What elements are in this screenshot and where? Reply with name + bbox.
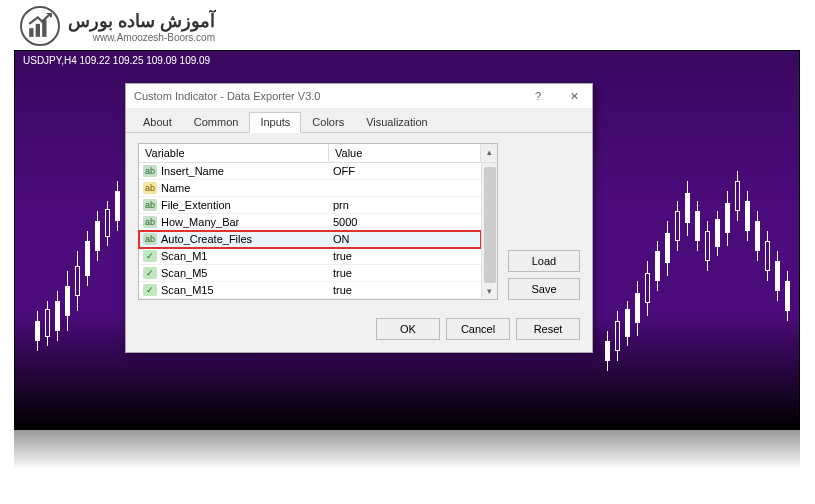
row-value[interactable]: ON — [329, 233, 481, 245]
tab-bar: About Common Inputs Colors Visualization — [126, 108, 592, 133]
column-header-variable[interactable]: Variable — [139, 144, 329, 162]
row-variable: Scan_M1 — [161, 250, 207, 262]
row-variable: How_Many_Bar — [161, 216, 239, 228]
row-variable: Auto_Create_Files — [161, 233, 252, 245]
tab-common[interactable]: Common — [183, 112, 250, 132]
site-watermark: آموزش ساده بورس www.Amoozesh-Boors.com — [20, 6, 215, 46]
row-variable: Scan_M5 — [161, 267, 207, 279]
row-variable: Scan_M15 — [161, 284, 214, 296]
type-text-icon: ab — [143, 182, 157, 194]
row-variable: Insert_Name — [161, 165, 224, 177]
type-bool-icon: ✓ — [143, 250, 157, 262]
dialog-titlebar[interactable]: Custom Indicator - Data Exporter V3.0 ? … — [126, 84, 592, 108]
tab-about[interactable]: About — [132, 112, 183, 132]
row-value[interactable]: 5000 — [329, 216, 481, 228]
ok-button[interactable]: OK — [376, 318, 440, 340]
inputs-table: Variable Value ▴ abInsert_Name OFF abNam… — [138, 143, 498, 300]
table-row[interactable]: ✓Scan_M15 true — [139, 282, 481, 299]
bottom-shadow — [14, 430, 800, 470]
side-button-group: Load Save — [508, 143, 580, 300]
dialog-title: Custom Indicator - Data Exporter V3.0 — [134, 90, 520, 102]
help-button[interactable]: ? — [520, 84, 556, 108]
type-string-icon: ab — [143, 165, 157, 177]
reset-button[interactable]: Reset — [516, 318, 580, 340]
scroll-up-icon[interactable]: ▴ — [483, 146, 495, 158]
svg-rect-1 — [36, 24, 40, 37]
watermark-logo-icon — [20, 6, 60, 46]
row-value[interactable]: true — [329, 250, 481, 262]
row-variable: File_Extention — [161, 199, 231, 211]
tab-inputs[interactable]: Inputs — [249, 112, 301, 133]
table-scrollbar[interactable]: ▾ — [481, 163, 497, 299]
type-bool-icon: ✓ — [143, 267, 157, 279]
type-bool-icon: ✓ — [143, 284, 157, 296]
table-row[interactable]: abName — [139, 180, 481, 197]
table-row[interactable]: ✓Scan_M5 true — [139, 265, 481, 282]
tab-visualization[interactable]: Visualization — [355, 112, 439, 132]
help-icon: ? — [535, 90, 541, 102]
watermark-title: آموزش ساده بورس — [68, 10, 215, 32]
save-button[interactable]: Save — [508, 278, 580, 300]
type-string-icon: ab — [143, 233, 157, 245]
indicator-properties-dialog: Custom Indicator - Data Exporter V3.0 ? … — [125, 83, 593, 353]
row-value[interactable]: prn — [329, 199, 481, 211]
cancel-button[interactable]: Cancel — [446, 318, 510, 340]
close-icon: ✕ — [570, 90, 579, 103]
type-string-icon: ab — [143, 199, 157, 211]
scroll-down-icon[interactable]: ▾ — [484, 285, 496, 297]
load-button[interactable]: Load — [508, 250, 580, 272]
table-body: abInsert_Name OFF abName abFile_Extentio… — [139, 163, 481, 299]
svg-rect-0 — [29, 28, 33, 37]
close-button[interactable]: ✕ — [556, 84, 592, 108]
type-string-icon: ab — [143, 216, 157, 228]
chart-window: USDJPY,H4 109.22 109.25 109.09 109.09 — [14, 50, 800, 430]
row-variable: Name — [161, 182, 190, 194]
column-header-value[interactable]: Value — [329, 144, 481, 162]
table-row[interactable]: abHow_Many_Bar 5000 — [139, 214, 481, 231]
row-value[interactable]: true — [329, 267, 481, 279]
table-header: Variable Value ▴ — [139, 144, 497, 163]
dialog-footer: OK Cancel Reset — [126, 310, 592, 352]
table-row[interactable]: abInsert_Name OFF — [139, 163, 481, 180]
table-row[interactable]: abFile_Extention prn — [139, 197, 481, 214]
row-value[interactable]: true — [329, 284, 481, 296]
tab-colors[interactable]: Colors — [301, 112, 355, 132]
watermark-subtitle: www.Amoozesh-Boors.com — [68, 32, 215, 43]
row-value[interactable]: OFF — [329, 165, 481, 177]
scrollbar-thumb[interactable] — [484, 167, 496, 283]
table-row-highlighted[interactable]: abAuto_Create_Files ON — [139, 231, 481, 248]
table-row[interactable]: ✓Scan_M1 true — [139, 248, 481, 265]
